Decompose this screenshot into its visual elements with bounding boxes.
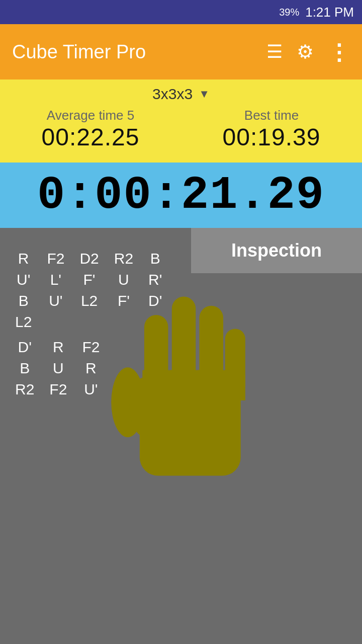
scramble-move: F2: [49, 379, 67, 400]
scramble-move: R2: [114, 248, 133, 269]
timer-value: 0:00:21.29: [37, 169, 325, 222]
average-stat: Average time 5 00:22.25: [42, 108, 140, 151]
scramble-move: U': [17, 269, 30, 290]
scramble-col-0: RU'BL2: [15, 248, 32, 333]
scramble-col-6: RUF2: [49, 337, 67, 400]
scramble-move: R2: [15, 379, 34, 400]
best-stat: Best time 00:19.39: [223, 108, 321, 151]
scramble-move: B: [20, 358, 30, 379]
best-value: 00:19.39: [223, 123, 321, 151]
scramble-move: L2: [15, 311, 32, 333]
list-icon[interactable]: ☰: [266, 41, 283, 62]
battery-percent: 39%: [279, 7, 299, 18]
status-bar: 39% 1:21 PM: [0, 0, 362, 24]
battery-indicator: 39%: [279, 7, 299, 18]
scramble-move: U': [49, 290, 62, 311]
inspection-panel[interactable]: Inspection: [191, 228, 362, 273]
cube-type-label: 3x3x3: [152, 86, 193, 103]
stats-bar: 3x3x3 ▼ Average time 5 00:22.25 Best tim…: [0, 79, 362, 163]
svg-rect-10: [223, 375, 245, 400]
scramble-move: U: [53, 358, 64, 379]
app-bar: Cube Timer Pro ☰ ⚙ ⋮: [0, 24, 362, 79]
scramble-move: D2: [79, 248, 99, 269]
svg-rect-7: [142, 370, 171, 398]
app-title: Cube Timer Pro: [12, 41, 266, 63]
average-value: 00:22.25: [42, 123, 140, 151]
cube-type-dropdown-icon[interactable]: ▼: [199, 88, 210, 101]
scramble-move: D': [18, 337, 31, 358]
hand-icon: [85, 278, 277, 490]
cube-type-row[interactable]: 3x3x3 ▼: [152, 86, 210, 103]
best-label: Best time: [244, 108, 299, 123]
main-area[interactable]: RU'BL2F2L'U'D2F'L2R2UF'BR'D'D'BR2RUF2F2R…: [0, 228, 362, 644]
scramble-col-5: D'BR2: [15, 337, 34, 400]
scramble-move: L': [50, 269, 61, 290]
scramble-move: R: [18, 248, 29, 269]
scramble-move: F2: [47, 248, 64, 269]
settings-icon[interactable]: ⚙: [297, 41, 314, 63]
average-label: Average time 5: [47, 108, 134, 123]
stats-row: Average time 5 00:22.25 Best time 00:19.…: [0, 108, 362, 151]
scramble-move: B: [150, 248, 160, 269]
app-bar-icons: ☰ ⚙ ⋮: [266, 39, 350, 65]
svg-rect-8: [170, 370, 201, 398]
inspection-label: Inspection: [231, 240, 322, 261]
scramble-move: B: [19, 290, 29, 311]
timer-display: 0:00:21.29: [0, 163, 362, 228]
hand-area: [85, 278, 277, 490]
scramble-col-1: F2L'U': [47, 248, 64, 333]
scramble-move: R: [53, 337, 64, 358]
status-time: 1:21 PM: [305, 5, 354, 20]
more-icon[interactable]: ⋮: [328, 39, 350, 65]
